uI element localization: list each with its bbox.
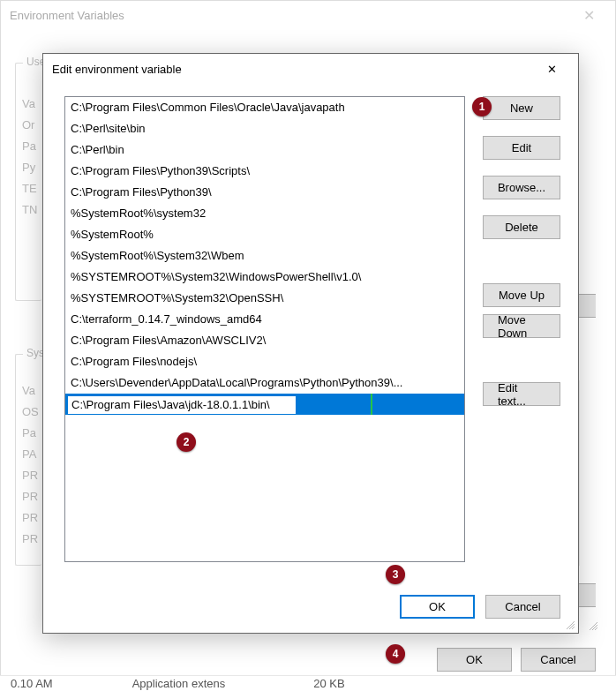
edit-title-bar: Edit environment variable ✕: [43, 54, 578, 84]
new-button[interactable]: New: [483, 96, 560, 120]
edit-dialog-title: Edit environment variable: [52, 63, 534, 76]
edit-text-button[interactable]: Edit text...: [483, 382, 560, 406]
edit-dialog-footer-buttons: OK Cancel: [400, 595, 560, 619]
delete-button[interactable]: Delete: [483, 215, 560, 239]
parent-dialog-buttons: OK Cancel: [437, 648, 596, 672]
path-entry[interactable]: C:\Users\Devender\AppData\Local\Programs…: [65, 372, 464, 394]
cancel-button[interactable]: Cancel: [485, 595, 560, 619]
path-entry[interactable]: C:\Program Files\nodejs\: [65, 351, 464, 372]
path-entry[interactable]: C:\Perl\site\bin: [65, 118, 464, 139]
path-entry[interactable]: %SYSTEMROOT%\System32\WindowsPowerShell\…: [65, 267, 464, 288]
resize-grip-icon[interactable]: [564, 619, 575, 629]
path-entry[interactable]: %SystemRoot%\system32: [65, 203, 464, 224]
annotation-badge-1: 1: [472, 97, 492, 116]
path-entry[interactable]: C:\Program Files\Common Files\Oracle\Jav…: [65, 97, 464, 118]
path-entry[interactable]: %SystemRoot%\System32\Wbem: [65, 245, 464, 267]
path-entry[interactable]: %SYSTEMROOT%\System32\OpenSSH\: [65, 288, 464, 309]
status-size: 20 KB: [313, 677, 344, 690]
move-up-button[interactable]: Move Up: [483, 283, 560, 307]
edit-env-var-dialog: Edit environment variable ✕ C:\Program F…: [42, 53, 579, 634]
parent-title-bar: Environment Variables ✕: [1, 1, 615, 29]
status-time: 0.10 AM: [11, 677, 53, 690]
button-peek[interactable]: [578, 583, 596, 607]
path-entry[interactable]: C:\Program Files\Python39\: [65, 182, 464, 203]
path-entry[interactable]: C:\terraform_0.14.7_windows_amd64: [65, 309, 464, 330]
close-icon[interactable]: ✕: [571, 7, 606, 24]
status-type: Application extens: [132, 677, 226, 690]
close-button[interactable]: ✕: [534, 56, 569, 82]
path-entry[interactable]: C:\Perl\bin: [65, 139, 464, 161]
move-down-button[interactable]: Move Down: [483, 314, 560, 338]
resize-grip-icon[interactable]: [587, 620, 597, 630]
ok-button[interactable]: OK: [400, 595, 475, 619]
edit-button[interactable]: Edit: [483, 136, 560, 160]
inline-edit-highlight: [65, 394, 372, 415]
annotation-badge-2: 2: [177, 432, 196, 452]
cancel-button[interactable]: Cancel: [521, 648, 596, 672]
annotation-badge-3: 3: [386, 565, 405, 584]
path-entries-list[interactable]: C:\Program Files\Common Files\Oracle\Jav…: [64, 96, 465, 562]
annotation-badge-4: 4: [386, 644, 405, 664]
browse-button[interactable]: Browse...: [483, 176, 560, 199]
ok-button[interactable]: OK: [437, 648, 512, 672]
button-peek[interactable]: [578, 294, 596, 318]
path-entry[interactable]: C:\Program Files\Amazon\AWSCLIV2\: [65, 330, 464, 351]
edit-dialog-side-buttons: New Edit Browse... Delete Move Up Move D…: [483, 96, 560, 562]
explorer-status-bar: 0.10 AM Application extens 20 KB: [0, 675, 616, 691]
path-inline-input[interactable]: [67, 395, 297, 415]
path-entry[interactable]: C:\Program Files\Python39\Scripts\: [65, 161, 464, 182]
close-icon: ✕: [547, 63, 557, 76]
path-entry-selected[interactable]: [65, 394, 464, 415]
parent-title: Environment Variables: [10, 9, 571, 22]
path-entry[interactable]: %SystemRoot%: [65, 224, 464, 245]
